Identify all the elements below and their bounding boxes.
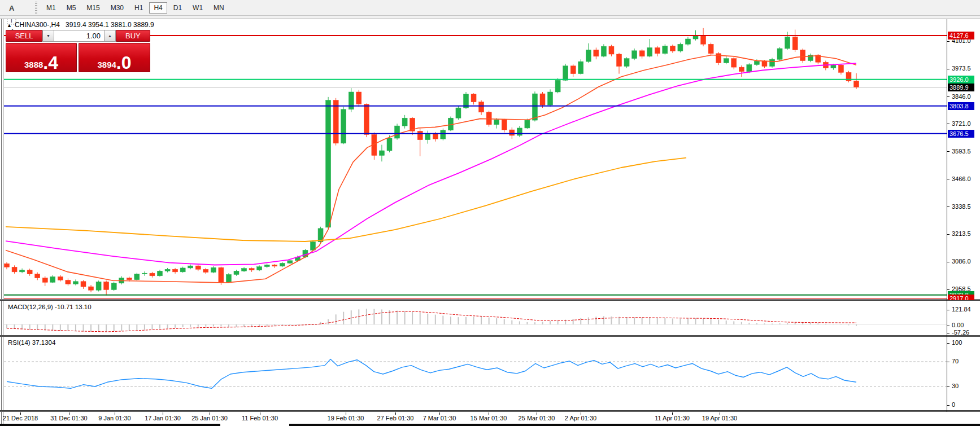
rsi-axis-label: 100 [952,339,962,346]
hline-price-label: 3926.0 [948,76,974,84]
price-axis-label: 3973.5 [952,65,971,72]
price-tick-mark [947,96,949,97]
price-axis-label: 3213.5 [952,230,971,237]
rsi-label: RSI(14) 37.1304 [8,339,55,346]
date-label: 31 Dec 01:30 [50,415,87,421]
rsi-axis-label: 0 [952,401,955,408]
timeframe-group: M1M5M15M30H1H4D1W1MN [42,2,230,14]
price-tick-mark [947,179,949,179]
svg-text:F: F [14,0,16,1]
macd-tick-mark [947,333,949,333]
price-axis-label: 3846.0 [952,93,971,100]
price-axis-label: 3466.0 [952,175,971,182]
macd-label: MACD(12,26,9) -10.71 13.10 [8,304,92,310]
buy-price-main: 3894 [97,61,116,68]
timeframe-button-M5[interactable]: M5 [62,2,81,14]
date-label: 2 Apr 01:30 [565,415,596,421]
macd-canvas[interactable] [4,301,947,335]
macd-signal-line [7,311,856,332]
rsi-canvas[interactable] [4,337,947,410]
date-label: 7 Mar 01:30 [423,415,456,421]
date-label: 17 Jan 01:30 [145,415,181,421]
time-axis[interactable]: 21 Dec 201831 Dec 01:309 Jan 01:3017 Jan… [0,412,980,424]
date-label: 25 Mar 01:30 [519,415,555,421]
macd-histogram [7,309,856,332]
collapse-arrow-icon[interactable]: ▲ [7,23,12,28]
sell-price-pips: .4 [43,56,58,69]
date-label: 11 Feb 01:30 [242,415,278,421]
text-tool[interactable]: A [3,2,20,14]
rsi-tick-mark [947,343,949,344]
bottom-bar-left [0,424,220,426]
toolbar-drag-handle[interactable] [35,2,37,14]
sell-button[interactable]: SELL [6,30,42,42]
hline-price-label: 4127.6 [948,32,974,39]
date-label: 21 Dec 2018 [3,415,38,421]
hline-price-label: 2917.0 [948,295,974,300]
text-tool-icon: A [6,3,18,13]
timeframe-button-MN[interactable]: MN [209,2,229,14]
rsi-tick-mark [947,405,949,406]
timeframe-button-H1[interactable]: H1 [130,2,147,14]
price-tick-mark [947,207,949,207]
rsi-axis: 10070300 [947,337,980,410]
rsi-axis-label: 70 [952,358,959,364]
buy-price-tile[interactable]: 3894.0 [79,43,150,72]
chart-title: ▲CHINA300-,H43919.4 3954.1 3881.0 3889.9 [7,21,154,29]
price-tick-mark [947,262,949,262]
price-tick-mark [947,234,949,235]
rsi-axis-label: 30 [952,383,959,389]
date-label: 27 Feb 01:30 [377,415,414,421]
ma-fast-line [6,55,856,283]
macd-tick-mark [947,310,949,310]
symbol-period-label: CHINA300-,H4 [15,21,60,29]
hline-price-label: 3676.5 [948,130,974,138]
price-tick-mark [947,69,949,69]
price-axis[interactable]: 4101.03973.53846.03721.03593.53466.03338… [947,19,980,300]
volume-decrease-button[interactable]: ▼ [42,30,54,42]
price-axis-label: 3338.5 [952,203,971,210]
ohlc-values: 3919.4 3954.1 3881.0 3889.9 [66,21,154,29]
fibonacci-retracement-tool-icon: F [6,0,18,1]
bid-price-label: 3889.9 [948,84,974,91]
bottom-bar-right [289,424,980,426]
volume-increase-button[interactable]: ▲ [104,30,116,42]
macd-tick-mark [947,326,949,326]
sell-price-tile[interactable]: 3888.4 [6,43,77,72]
rsi-line [7,359,856,389]
macd-axis-label: 0.00 [952,322,964,328]
macd-axis-label: -57.26 [952,329,969,336]
price-axis-label: 3721.0 [952,120,971,127]
rsi-tick-mark [947,362,949,362]
hline-price-label: 3803.8 [948,102,974,110]
timeframe-button-H4[interactable]: H4 [149,2,167,14]
window-left-border-inner [3,19,3,424]
ma-mid-line [6,63,856,265]
ma-slow-line [6,158,686,241]
rsi-tick-mark [947,387,949,387]
price-tick-mark [947,41,949,42]
timeframe-button-M15[interactable]: M15 [82,2,104,14]
date-label: 15 Mar 01:30 [471,415,507,421]
pane-divider [0,410,980,412]
one-click-trading-panel: SELL ▼ ▲ BUY 3888.4 3894.0 [6,30,150,72]
date-label: 25 Jan 01:30 [191,415,228,421]
macd-axis: 121.840.00-57.26 [947,301,980,335]
price-axis-label: 3086.0 [952,258,971,265]
date-label: 11 Apr 01:30 [655,415,690,421]
macd-axis-label: 121.84 [952,306,971,313]
volume-input[interactable] [54,30,104,42]
price-tick-mark [947,124,949,124]
date-label: 19 Feb 01:30 [328,415,364,421]
sell-price-main: 3888 [24,61,43,68]
buy-price-pips: .0 [116,56,132,69]
buy-button[interactable]: BUY [116,30,150,42]
date-label: 9 Jan 01:30 [98,415,131,421]
svg-text:A: A [9,4,15,12]
timeframe-button-M30[interactable]: M30 [106,2,128,14]
timeframe-button-W1[interactable]: W1 [188,2,207,14]
price-axis-label: 3593.5 [952,148,971,155]
timeframe-button-D1[interactable]: D1 [169,2,186,14]
date-label: 19 Apr 01:30 [702,415,737,421]
timeframe-button-M1[interactable]: M1 [42,2,60,14]
